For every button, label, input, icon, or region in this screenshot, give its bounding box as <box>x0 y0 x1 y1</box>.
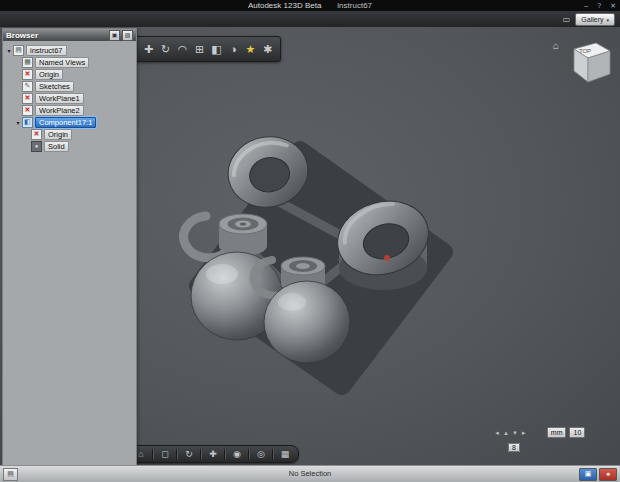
tree-row-workplane2: ✕WorkPlane2 <box>4 105 135 116</box>
viewcube[interactable]: ⌂ TOP <box>550 35 616 101</box>
tree-item-origin[interactable]: Origin <box>35 69 63 80</box>
arrow-right-icon[interactable]: ► <box>521 430 527 436</box>
toolbar-separator <box>272 449 274 459</box>
tree-item-sketches[interactable]: Sketches <box>35 81 74 92</box>
component-icon: ◧ <box>22 117 33 128</box>
model-tree: ▾▤instruct67▦Named Views✕Origin✎Sketches… <box>3 41 136 156</box>
gallery-label: Gallery <box>581 15 603 25</box>
arrow-down-icon[interactable]: ▼ <box>512 430 518 436</box>
titlebar: Autodesk 123D Betainstruct67 – ? ✕ <box>0 0 620 11</box>
favorites-tool-button[interactable]: ★ <box>242 41 259 58</box>
arrow-left-icon[interactable]: ◄ <box>494 430 500 436</box>
selection-status: No Selection <box>0 466 620 481</box>
help-button[interactable]: ? <box>597 0 601 11</box>
browser-panel: Browser ▣▨ ▾▤instruct67▦Named Views✕Orig… <box>2 28 137 466</box>
statusbar: No Selection ▤ ▣● <box>0 465 620 482</box>
hidden-icon: ✕ <box>31 129 42 140</box>
settings-tool-button[interactable]: ✱ <box>259 41 276 58</box>
gallery-button[interactable]: Gallery ▾ <box>575 13 615 26</box>
pan-button[interactable]: ✚ <box>206 447 220 461</box>
hidden-icon: ✕ <box>22 93 33 104</box>
tree-expand-arrow[interactable]: ▾ <box>5 47 13 54</box>
solid-icon: ● <box>31 141 42 152</box>
model-3d[interactable] <box>136 27 620 466</box>
viewcube-top-label: TOP <box>579 48 591 54</box>
tree-item-component17-1[interactable]: Component17:1 <box>35 117 96 128</box>
grid-size-field[interactable]: 10 <box>569 427 585 438</box>
window-controls: – ? ✕ <box>584 0 616 11</box>
pattern-tool-button[interactable]: ⊞ <box>191 41 208 58</box>
toolbar-separator <box>200 449 202 459</box>
app-title: Autodesk 123D Beta <box>248 1 321 10</box>
zoom-button[interactable]: ◉ <box>230 447 244 461</box>
tree-expand-arrow[interactable]: ▾ <box>14 119 22 126</box>
panel-options-button[interactable]: ▣ <box>109 30 120 41</box>
app-window: Autodesk 123D Betainstruct67 – ? ✕ ▭ Gal… <box>0 0 620 482</box>
minimize-button[interactable]: – <box>584 0 588 11</box>
combine-tool-button[interactable]: ◧ <box>208 41 225 58</box>
workspace: ▾ ✎◻●✚↻◠⊞◧◑★✱ ⌂ TOP ⌂◻↻✚◉◎▦ ◄ <box>0 27 620 466</box>
revolve-tool-button[interactable]: ↻ <box>157 41 174 58</box>
display-settings-button[interactable]: ▦ <box>278 447 292 461</box>
toolbar-separator <box>176 449 178 459</box>
look-at-button[interactable]: ◎ <box>254 447 268 461</box>
toolbar-separator <box>152 449 154 459</box>
hidden-icon: ✕ <box>22 105 33 116</box>
fillet-tool-button[interactable]: ◠ <box>174 41 191 58</box>
tree-item-workplane2[interactable]: WorkPlane2 <box>35 105 84 116</box>
sketch-icon: ✎ <box>22 81 33 92</box>
tree-item-named-views[interactable]: Named Views <box>35 57 89 68</box>
fit-view-button[interactable]: ◻ <box>158 447 172 461</box>
close-button[interactable]: ✕ <box>610 0 616 11</box>
tree-row-solid: ●Solid <box>4 141 135 152</box>
document-title: instruct67 <box>337 1 372 10</box>
browser-panel-title: Browser <box>6 31 107 40</box>
unit-button[interactable]: mm <box>547 427 567 438</box>
red-marker <box>384 255 390 261</box>
hidden-icon: ✕ <box>22 69 33 80</box>
material-tool-button[interactable]: ◑ <box>225 41 242 58</box>
tree-item-workplane1[interactable]: WorkPlane1 <box>35 93 84 104</box>
tree-item-solid[interactable]: Solid <box>44 141 69 152</box>
toolbar-separator <box>248 449 250 459</box>
snap-widget: ◄ ▲ ▼ ► mm 10 8 <box>494 427 614 452</box>
toolbar-separator <box>224 449 226 459</box>
browser-panel-header: Browser ▣▨ <box>3 29 136 41</box>
tree-row-workplane1: ✕WorkPlane1 <box>4 93 135 104</box>
file-icon: ▤ <box>13 45 24 56</box>
tree-item-origin[interactable]: Origin <box>44 129 72 140</box>
tree-row-component17-1: ▾◧Component17:1 <box>4 117 135 128</box>
home-icon: ⌂ <box>553 40 559 51</box>
panel-close-button[interactable]: ▨ <box>122 30 133 41</box>
orbit-button[interactable]: ↻ <box>182 447 196 461</box>
tree-row-origin: ✕Origin <box>4 129 135 140</box>
record-status-icon[interactable]: ● <box>599 468 617 481</box>
tree-row-instruct67: ▾▤instruct67 <box>4 45 135 56</box>
tree-row-origin: ✕Origin <box>4 69 135 80</box>
snap-step-field[interactable]: 8 <box>508 443 520 452</box>
navigation-toolbar: ⌂◻↻✚◉◎▦ <box>127 445 299 463</box>
arrow-up-icon[interactable]: ▲ <box>503 430 509 436</box>
move-tool-button[interactable]: ✚ <box>140 41 157 58</box>
views-icon: ▦ <box>22 57 33 68</box>
tree-item-instruct67[interactable]: instruct67 <box>26 45 67 56</box>
tree-row-named-views: ▦Named Views <box>4 57 135 68</box>
display-status-icon[interactable]: ▣ <box>579 468 597 481</box>
chevron-down-icon: ▾ <box>606 15 609 25</box>
screen-icon[interactable]: ▭ <box>563 14 571 25</box>
tray-icon[interactable]: ▤ <box>3 468 18 481</box>
menubar: ▭ Gallery ▾ <box>0 11 620 28</box>
tree-row-sketches: ✎Sketches <box>4 81 135 92</box>
